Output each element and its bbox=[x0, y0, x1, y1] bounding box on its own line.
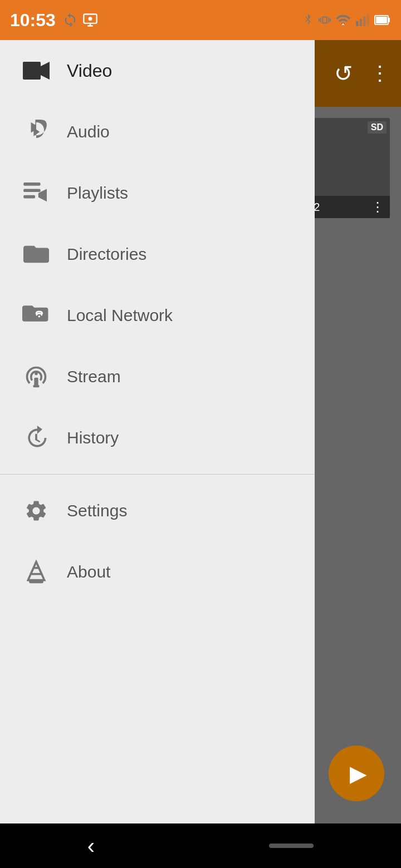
svg-rect-3 bbox=[360, 19, 362, 26]
video-icon bbox=[17, 60, 56, 82]
stream-icon bbox=[17, 364, 56, 389]
bluetooth-icon bbox=[302, 12, 314, 28]
settings-label: Settings bbox=[67, 501, 127, 520]
svg-point-15 bbox=[38, 315, 41, 318]
sidebar-item-settings[interactable]: Settings bbox=[0, 480, 315, 541]
status-bar: 10:53 bbox=[0, 0, 401, 40]
svg-marker-10 bbox=[41, 62, 50, 80]
video-label: Video bbox=[67, 61, 112, 81]
status-icons-right bbox=[302, 12, 391, 28]
about-label: About bbox=[67, 563, 110, 581]
svg-rect-4 bbox=[363, 17, 365, 26]
stream-label: Stream bbox=[67, 367, 121, 386]
history-nav-icon bbox=[17, 426, 56, 450]
sidebar-item-audio[interactable]: Audio bbox=[0, 101, 315, 162]
play-icon: ▶ bbox=[350, 761, 367, 786]
svg-rect-8 bbox=[388, 18, 390, 22]
thumb-more-icon[interactable]: ⋮ bbox=[371, 199, 384, 215]
more-options-icon[interactable]: ⋮ bbox=[370, 62, 390, 85]
sidebar-item-history[interactable]: History bbox=[0, 407, 315, 468]
battery-icon bbox=[374, 13, 391, 27]
sidebar-item-stream[interactable]: Stream bbox=[0, 346, 315, 407]
playlists-label: Playlists bbox=[67, 184, 128, 203]
status-time: 10:53 bbox=[10, 10, 56, 31]
sidebar-item-video[interactable]: Video bbox=[0, 40, 315, 101]
about-icon bbox=[17, 560, 56, 584]
svg-rect-17 bbox=[33, 385, 40, 388]
status-left: 10:53 bbox=[10, 10, 98, 31]
drawer-divider bbox=[0, 474, 315, 475]
directories-icon bbox=[17, 243, 56, 265]
sync-icon bbox=[62, 12, 78, 28]
wifi-icon bbox=[335, 12, 351, 28]
svg-rect-2 bbox=[356, 21, 358, 26]
svg-rect-9 bbox=[23, 62, 41, 80]
navigation-bar: ‹ bbox=[0, 823, 401, 868]
svg-point-1 bbox=[88, 17, 92, 21]
sidebar-item-about[interactable]: About bbox=[0, 541, 315, 603]
history-icon[interactable]: ↺ bbox=[334, 61, 353, 86]
svg-rect-13 bbox=[23, 195, 35, 199]
audio-icon bbox=[17, 120, 56, 144]
signal-icon bbox=[355, 12, 370, 28]
sidebar-item-local-network[interactable]: Local Network bbox=[0, 285, 315, 346]
sidebar-item-playlists[interactable]: Playlists bbox=[0, 162, 315, 224]
directories-label: Directories bbox=[67, 245, 146, 264]
playlists-icon bbox=[17, 183, 56, 204]
svg-rect-7 bbox=[376, 17, 387, 23]
home-indicator[interactable] bbox=[269, 844, 314, 848]
screen-record-icon bbox=[82, 12, 98, 28]
svg-rect-11 bbox=[23, 183, 40, 186]
svg-marker-19 bbox=[28, 562, 44, 580]
fab-play-button[interactable]: ▶ bbox=[329, 746, 384, 801]
svg-point-18 bbox=[35, 372, 38, 376]
svg-rect-12 bbox=[23, 189, 40, 192]
audio-label: Audio bbox=[67, 122, 110, 141]
history-label: History bbox=[67, 428, 119, 447]
status-icons-left bbox=[62, 12, 98, 28]
svg-rect-22 bbox=[29, 580, 43, 584]
sidebar-item-directories[interactable]: Directories bbox=[0, 224, 315, 285]
vibrate-icon bbox=[319, 12, 331, 28]
back-button[interactable]: ‹ bbox=[87, 834, 95, 859]
local-network-label: Local Network bbox=[67, 306, 173, 325]
local-network-icon bbox=[17, 303, 56, 328]
navigation-drawer: Video Audio Playlists D bbox=[0, 40, 315, 823]
settings-icon bbox=[17, 499, 56, 523]
svg-rect-5 bbox=[367, 14, 369, 26]
sd-badge: SD bbox=[368, 121, 387, 134]
